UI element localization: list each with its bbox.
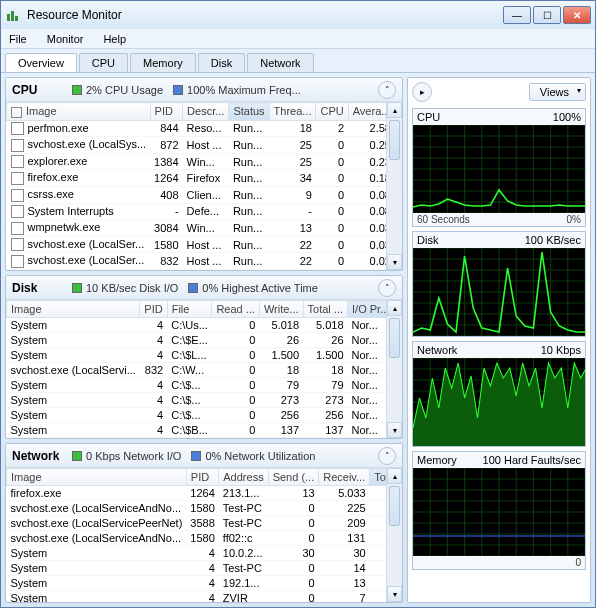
scroll-down-icon[interactable]: ▾ — [387, 586, 402, 602]
col-avg[interactable]: Avera... — [348, 103, 386, 121]
col-addr[interactable]: Address — [219, 469, 268, 486]
table-row[interactable]: csrss.exe408Clien...Run...900.08 — [7, 186, 387, 203]
table-row[interactable]: System4192.1...01313 — [7, 576, 387, 591]
collapse-icon[interactable]: ˄ — [378, 447, 396, 465]
scroll-down-icon[interactable]: ▾ — [387, 254, 402, 270]
table-row[interactable]: perfmon.exe844Reso...Run...1822.58 — [7, 120, 387, 137]
cell-image: svchost.exe (LocalServicePeerNet) — [7, 516, 187, 531]
disk-table-wrap[interactable]: Image PID File Read ... Write... Total .… — [6, 300, 386, 438]
table-row[interactable]: System410.0.2...303060 — [7, 546, 387, 561]
table-row[interactable]: System4Test-PC01414 — [7, 561, 387, 576]
table-row[interactable]: wmpnetwk.exe3084Win...Run...1300.03 — [7, 220, 387, 237]
col-write[interactable]: Write... — [259, 301, 303, 318]
table-row[interactable]: svchost.exe (LocalSer...832Host ...Run..… — [7, 253, 387, 270]
network-scrollbar[interactable]: ▴▾ — [386, 468, 402, 602]
network-table-wrap[interactable]: Image PID Address Send (... Receiv... To… — [6, 468, 386, 602]
cpu-panel-title: CPU — [12, 83, 62, 97]
scroll-up-icon[interactable]: ▴ — [387, 300, 402, 316]
cell-image: System — [7, 591, 187, 603]
graph-cpu: CPU100%60 Seconds0% — [412, 108, 586, 227]
col-threads[interactable]: Threa... — [269, 103, 316, 121]
col-image[interactable]: Image — [7, 103, 151, 121]
col-pri[interactable]: I/O Pr... — [348, 301, 386, 318]
col-desc[interactable]: Descr... — [183, 103, 229, 121]
table-row[interactable]: System4C:\$...0273273Nor... — [7, 393, 387, 408]
cpu-table-wrap[interactable]: Image PID Descr... Status Threa... CPU A… — [6, 102, 386, 270]
col-total[interactable]: Total ... — [303, 301, 347, 318]
square-icon — [72, 85, 82, 95]
table-row[interactable]: firefox.exe1264FirefoxRun...3400.18 — [7, 170, 387, 187]
table-row[interactable]: explorer.exe1384Win...Run...2500.23 — [7, 153, 387, 170]
expand-graphs-button[interactable]: ▸ — [412, 82, 432, 102]
disk-scrollbar[interactable]: ▴▾ — [386, 300, 402, 438]
scroll-down-icon[interactable]: ▾ — [387, 422, 402, 438]
col-file[interactable]: File — [167, 301, 212, 318]
cell-desc: Host ... — [183, 137, 229, 154]
col-cpu[interactable]: CPU — [316, 103, 348, 121]
menu-help[interactable]: Help — [99, 31, 130, 47]
disk-panel-header[interactable]: Disk 10 KB/sec Disk I/O 0% Highest Activ… — [6, 276, 402, 300]
col-pid[interactable]: PID — [186, 469, 218, 486]
tab-network[interactable]: Network — [247, 53, 313, 72]
table-row[interactable]: svchost.exe (LocalSys...872Host ...Run..… — [7, 137, 387, 154]
menu-monitor[interactable]: Monitor — [43, 31, 88, 47]
collapse-icon[interactable]: ˄ — [378, 81, 396, 99]
col-image[interactable]: Image — [7, 469, 187, 486]
scroll-thumb[interactable] — [389, 120, 400, 160]
col-pid[interactable]: PID — [140, 301, 167, 318]
col-read[interactable]: Read ... — [212, 301, 260, 318]
collapse-icon[interactable]: ˄ — [378, 279, 396, 297]
table-row[interactable]: System4C:\$L...01.5001.500Nor... — [7, 348, 387, 363]
cell-pri: Nor... — [348, 393, 386, 408]
cell-file: C:\$E... — [167, 333, 212, 348]
col-pid[interactable]: PID — [150, 103, 182, 121]
cell-addr: Test-PC — [219, 561, 268, 576]
table-row[interactable]: System4C:\$E...02626Nor... — [7, 333, 387, 348]
table-row[interactable]: System4ZVIR077 — [7, 591, 387, 603]
square-icon — [72, 451, 82, 461]
cpu-scrollbar[interactable]: ▴▾ — [386, 102, 402, 270]
table-row[interactable]: firefox.exe1264213.1...135.0335.045 — [7, 486, 387, 501]
square-icon — [173, 85, 183, 95]
table-row[interactable]: System4C:\$...0256256Nor... — [7, 408, 387, 423]
views-button[interactable]: Views — [529, 83, 586, 101]
table-row[interactable]: System Interrupts-Defe...Run...-00.08 — [7, 203, 387, 220]
col-status[interactable]: Status — [229, 103, 269, 121]
table-row[interactable]: System4C:\Us...05.0185.018Nor... — [7, 318, 387, 333]
scroll-up-icon[interactable]: ▴ — [387, 102, 402, 118]
titlebar[interactable]: Resource Monitor — ☐ ✕ — [1, 1, 595, 29]
table-row[interactable]: svchost.exe (LocalServicePeerNet)3588Tes… — [7, 516, 387, 531]
close-button[interactable]: ✕ — [563, 6, 591, 24]
tab-cpu[interactable]: CPU — [79, 53, 128, 72]
scroll-thumb[interactable] — [389, 318, 400, 358]
scroll-thumb[interactable] — [389, 486, 400, 526]
cpu-panel-header[interactable]: CPU 2% CPU Usage 100% Maximum Freq... ˄ — [6, 78, 402, 102]
cell-image: explorer.exe — [7, 153, 151, 170]
cell-read: 0 — [212, 378, 260, 393]
table-row[interactable]: System4C:\$B...0137137Nor... — [7, 423, 387, 438]
graph-xmin: 60 Seconds — [417, 214, 470, 225]
menu-file[interactable]: File — [5, 31, 31, 47]
table-row[interactable]: svchost.exe (LocalServiceAndNo...1580ff0… — [7, 531, 387, 546]
table-row[interactable]: System4C:\$...07979Nor... — [7, 378, 387, 393]
cell-image: wmpnetwk.exe — [7, 220, 151, 237]
graph-ymin: 0% — [567, 214, 581, 225]
col-image[interactable]: Image — [7, 301, 140, 318]
tab-overview[interactable]: Overview — [5, 53, 77, 72]
maximize-button[interactable]: ☐ — [533, 6, 561, 24]
table-row[interactable]: svchost.exe (LocalSer...1580Host ...Run.… — [7, 236, 387, 253]
col-total[interactable]: Total (... — [370, 469, 386, 486]
network-panel-header[interactable]: Network 0 Kbps Network I/O 0% Network Ut… — [6, 444, 402, 468]
cell-addr: 10.0.2... — [219, 546, 268, 561]
table-row[interactable]: svchost.exe (LocalServi...832C:\W...0181… — [7, 363, 387, 378]
disk-active-stat: 0% Highest Active Time — [188, 282, 318, 294]
col-recv[interactable]: Receiv... — [319, 469, 370, 486]
table-row[interactable]: svchost.exe (LocalServiceAndNo...1580Tes… — [7, 501, 387, 516]
minimize-button[interactable]: — — [503, 6, 531, 24]
scroll-up-icon[interactable]: ▴ — [387, 468, 402, 484]
cell-image: System — [7, 318, 140, 333]
tab-memory[interactable]: Memory — [130, 53, 196, 72]
col-send[interactable]: Send (... — [268, 469, 319, 486]
tab-disk[interactable]: Disk — [198, 53, 245, 72]
cell-image: firefox.exe — [7, 170, 151, 187]
